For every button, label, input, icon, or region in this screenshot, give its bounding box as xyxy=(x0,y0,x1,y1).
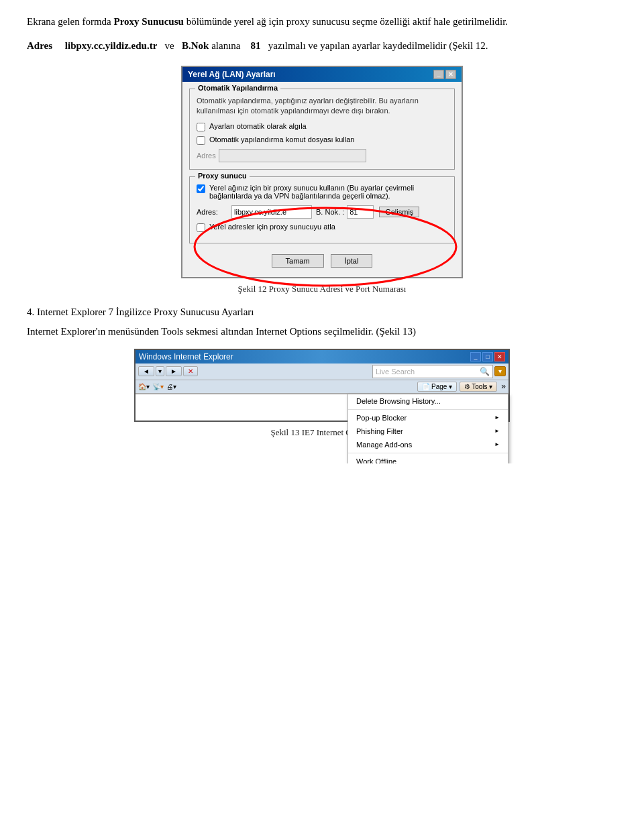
checkbox-auto-script[interactable] xyxy=(197,136,205,145)
section4-number: 4. xyxy=(27,306,34,317)
ie7-forward-btn[interactable]: ► xyxy=(166,366,182,376)
menu-separator-1 xyxy=(348,409,508,410)
ie7-minimize-btn[interactable]: _ xyxy=(470,352,481,361)
menu-item-popup-label: Pop-up Blocker xyxy=(356,414,407,422)
ie7-win-buttons: _ □ ✕ xyxy=(470,352,505,361)
menu-item-phishing-filter[interactable]: Phishing Filter ► xyxy=(348,425,508,438)
lan-dialog-wrapper: Yerel Ağ (LAN) Ayarları _ ✕ Otomatik Yap… xyxy=(27,66,617,278)
page-button[interactable]: 📄 Page ▾ xyxy=(417,382,457,392)
auto-config-group: Otomatik Yapılandırma Otomatik yapılandı… xyxy=(189,89,455,170)
lan-dialog-title-text: Yerel Ağ (LAN) Ayarları xyxy=(188,70,276,79)
port-value: 81 xyxy=(251,40,261,51)
address-input[interactable] xyxy=(219,149,366,162)
tools-button[interactable]: ⚙ Tools ▾ xyxy=(460,382,497,392)
ie7-screenshot: Windows Internet Explorer _ □ ✕ ◄ ▾ ► ✕ … xyxy=(134,349,510,422)
ie7-maximize-btn[interactable]: □ xyxy=(482,352,493,361)
ie7-title: Windows Internet Explorer xyxy=(139,352,233,361)
lan-window-buttons: _ ✕ xyxy=(433,70,456,79)
checkbox-auto-detect[interactable] xyxy=(197,123,205,131)
gear-icon: ⚙ xyxy=(464,383,470,390)
checkbox-auto-script-row: Otomatik yapılandırma komut dosyası kull… xyxy=(197,135,447,145)
proxy-port-input[interactable] xyxy=(347,205,374,219)
proxy-group: Proxy sunucu Yerel ağınız için bir proxy… xyxy=(189,176,455,243)
checkbox-auto-detect-row: Ayarları otomatik olarak algıla xyxy=(197,122,447,131)
proxy-addr-label: Adres: xyxy=(197,208,229,216)
ie7-close-btn[interactable]: ✕ xyxy=(494,352,505,361)
proxy-enable-label: Yerel ağınız için bir proxy sunucu kulla… xyxy=(209,184,447,200)
ie7-outer: Windows Internet Explorer _ □ ✕ ◄ ▾ ► ✕ … xyxy=(134,349,510,422)
ie7-links-bar: 🏠▾ 📡▾ 🖨▾ 📄 Page ▾ ⚙ Tools ▾ » xyxy=(136,380,508,394)
intro-alana: alanına xyxy=(211,40,248,51)
lan-dialog-titlebar: Yerel Ağ (LAN) Ayarları _ ✕ xyxy=(182,67,462,82)
ie7-search-icon[interactable]: 🔍 xyxy=(480,367,490,376)
proxy-local-checkbox[interactable] xyxy=(197,223,205,232)
intro-paragraph: Ekrana gelen formda Proxy Sunucusu bölüm… xyxy=(27,13,617,30)
ie7-titlebar: Windows Internet Explorer _ □ ✕ xyxy=(136,350,508,364)
ie7-chevron[interactable]: » xyxy=(501,382,506,391)
ie7-search-placeholder: Live Search xyxy=(376,368,478,376)
bnok-bold: B.Nok xyxy=(182,40,209,51)
ok-button[interactable]: Tamam xyxy=(272,254,324,268)
menu-item-popup-blocker[interactable]: Pop-up Blocker ► xyxy=(348,411,508,425)
ie7-nav-toolbar: ◄ ▾ ► ✕ Live Search 🔍 ▾ xyxy=(136,364,508,380)
menu-item-delete-browsing[interactable]: Delete Browsing History... xyxy=(348,394,508,408)
lan-dialog-outer: Yerel Ağ (LAN) Ayarları _ ✕ Otomatik Yap… xyxy=(181,66,463,278)
ie7-search-go-btn[interactable]: ▾ xyxy=(494,366,506,376)
menu-item-delete-browsing-label: Delete Browsing History... xyxy=(356,397,441,405)
intro-text-1: Ekrana gelen formda xyxy=(27,16,114,27)
auto-config-content: Otomatik yapılandırma, yaptığınız ayarla… xyxy=(197,96,447,162)
checkbox-auto-script-label: Otomatik yapılandırma komut dosyası kull… xyxy=(209,135,354,144)
cancel-button[interactable]: İptal xyxy=(331,254,373,268)
menu-item-work-offline[interactable]: Work Offline xyxy=(348,455,508,463)
menu-item-offline-label: Work Offline xyxy=(356,457,396,463)
address-row: Adres xyxy=(197,149,447,162)
proxy-addr-input[interactable] xyxy=(231,205,312,219)
tools-dropdown-menu: Delete Browsing History... Pop-up Blocke… xyxy=(347,394,508,463)
proxy-sunucusu-bold: Proxy Sunucusu xyxy=(114,16,184,27)
port-label: B. Nok. : xyxy=(316,208,344,216)
page-icon: 📄 xyxy=(422,383,430,390)
lan-close-btn[interactable]: ✕ xyxy=(445,70,456,79)
ie7-wrapper: Windows Internet Explorer _ □ ✕ ◄ ▾ ► ✕ … xyxy=(27,349,617,422)
ie7-feeds-icon[interactable]: 📡▾ xyxy=(152,383,164,390)
intro-text-1b: bölümünde yerel ağ için proxy sunucusu s… xyxy=(184,16,508,27)
intro-addr-spaces xyxy=(55,40,62,51)
tools-label: Tools ▾ xyxy=(472,383,492,390)
proxy-enable-checkbox[interactable] xyxy=(197,184,205,193)
ie7-home-icon[interactable]: 🏠▾ xyxy=(138,383,150,390)
section4-heading: 4. Internet Explorer 7 İngilizce Proxy S… xyxy=(27,306,617,318)
lan-minimize-btn[interactable]: _ xyxy=(433,70,444,79)
gelismis-button[interactable]: Gelişmiş xyxy=(379,207,419,217)
intro-ve: ve xyxy=(160,40,179,51)
ie7-print-icon[interactable]: 🖨▾ xyxy=(166,383,176,390)
intro-paragraph-2: Adres libpxy.cc.yildiz.edu.tr ve B.Nok a… xyxy=(27,38,617,54)
ie7-stop-btn[interactable]: ✕ xyxy=(183,366,198,376)
menu-item-addons-label: Manage Add-ons xyxy=(356,441,412,449)
page-label: Page ▾ xyxy=(431,383,452,390)
section4-title: Internet Explorer 7 İngilizce Proxy Sunu… xyxy=(37,306,254,317)
ie7-intro-text: Internet Explorer'ın menüsünden Tools se… xyxy=(27,323,617,339)
addons-arrow-icon: ► xyxy=(494,441,500,447)
menu-separator-2 xyxy=(348,453,508,453)
proxy-check-row: Yerel ağınız için bir proxy sunucu kulla… xyxy=(197,184,447,200)
fig13-caption: Şekil 13 IE7 Internet Options xyxy=(27,427,617,438)
checkbox-auto-detect-label: Ayarları otomatik olarak algıla xyxy=(209,122,307,130)
ie7-back-btn[interactable]: ◄ xyxy=(138,366,154,376)
ie7-content-with-menu: Delete Browsing History... Pop-up Blocke… xyxy=(136,394,508,421)
address-label: Adres xyxy=(197,152,216,160)
addr-value: libpxy.cc.yildiz.edu.tr xyxy=(65,40,158,51)
fig12-caption: Şekil 12 Proxy Sunucu Adresi ve Port Num… xyxy=(27,284,617,294)
menu-item-phishing-label: Phishing Filter xyxy=(356,427,403,435)
proxy-local-check-row: Yerel adresler için proxy sunucuyu atla xyxy=(197,223,447,232)
ie7-search-box: Live Search 🔍 xyxy=(372,365,493,378)
proxy-local-label: Yerel adresler için proxy sunucuyu atla xyxy=(209,223,335,231)
menu-item-manage-addons[interactable]: Manage Add-ons ► xyxy=(348,438,508,451)
adres-bold: Adres xyxy=(27,40,52,51)
proxy-addr-row: Adres: B. Nok. : Gelişmiş xyxy=(197,205,447,219)
auto-config-label: Otomatik Yapılandırma xyxy=(195,84,280,92)
ie7-dropdown-btn[interactable]: ▾ xyxy=(156,366,164,376)
lan-dialog-buttons: Tamam İptal xyxy=(189,250,455,270)
popup-arrow-icon: ► xyxy=(494,414,500,421)
auto-config-desc: Otomatik yapılandırma, yaptığınız ayarla… xyxy=(197,96,447,117)
phishing-arrow-icon: ► xyxy=(494,428,500,434)
